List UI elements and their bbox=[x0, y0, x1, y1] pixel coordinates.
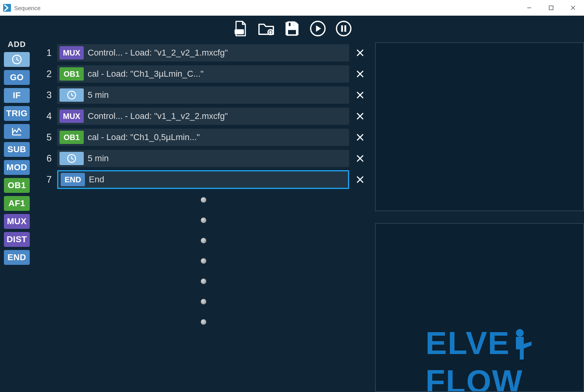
step-badge-mux: MUX bbox=[59, 110, 84, 123]
sequence-step[interactable]: ENDEnd bbox=[57, 170, 349, 189]
step-badge-ob1: OB1 bbox=[59, 67, 84, 81]
sequence-panel: 1MUXControl... - Load: "v1_2_v2_1.mxcfg"… bbox=[39, 39, 368, 392]
delete-step-button[interactable] bbox=[352, 133, 368, 141]
title-bar: Sequence bbox=[0, 0, 584, 16]
palette-ob1-button[interactable]: OB1 bbox=[4, 178, 30, 193]
svg-text:LOG: LOG bbox=[235, 30, 243, 34]
empty-slot-dot[interactable] bbox=[201, 218, 206, 223]
log-button[interactable]: LOG bbox=[231, 19, 250, 38]
svg-rect-8 bbox=[291, 23, 293, 26]
empty-slot-dot[interactable] bbox=[201, 279, 206, 284]
right-column: ELVE FLOW bbox=[375, 39, 584, 392]
content-row: ADD GO IF TRIG SUB MOD OB1 AF1 M bbox=[0, 39, 584, 392]
step-badge-end: END bbox=[61, 173, 85, 186]
step-number: 5 bbox=[39, 132, 54, 143]
add-palette: ADD GO IF TRIG SUB MOD OB1 AF1 M bbox=[0, 39, 34, 392]
step-description: End bbox=[85, 174, 104, 185]
step-description: Control... - Load: "v1_1_v2_2.mxcfg" bbox=[84, 111, 228, 121]
sequence-row: 2OB1cal - Load: "Ch1_3µLmin_C..." bbox=[39, 63, 368, 85]
delete-step-button[interactable] bbox=[352, 91, 368, 99]
palette-end-button[interactable]: END bbox=[4, 250, 30, 265]
sequence-step[interactable]: 5 min bbox=[57, 150, 349, 167]
maximize-button[interactable] bbox=[540, 0, 562, 16]
elveflow-logo: ELVE FLOW bbox=[425, 328, 534, 392]
palette-if-button[interactable]: IF bbox=[4, 88, 30, 103]
palette-trig-button[interactable]: TRIG bbox=[4, 106, 30, 121]
pause-button[interactable] bbox=[334, 19, 353, 38]
minimize-button[interactable] bbox=[518, 0, 540, 16]
step-number: 4 bbox=[39, 111, 54, 122]
sequence-step[interactable]: OB1cal - Load: "Ch1_3µLmin_C..." bbox=[57, 65, 349, 83]
close-button[interactable] bbox=[562, 0, 584, 16]
sequence-step[interactable]: MUXControl... - Load: "v1_1_v2_2.mxcfg" bbox=[57, 108, 349, 125]
step-description: 5 min bbox=[84, 90, 109, 100]
svg-point-17 bbox=[516, 329, 524, 337]
delete-step-button[interactable] bbox=[352, 155, 368, 162]
svg-rect-9 bbox=[287, 29, 297, 35]
palette-mod-button[interactable]: MOD bbox=[4, 160, 30, 175]
sequence-row: 5OB1cal - Load: "Ch1_0,5µLmin..." bbox=[39, 127, 368, 148]
logo-line-1: ELVE bbox=[425, 328, 510, 358]
step-badge-ob1: OB1 bbox=[59, 131, 84, 144]
palette-mux-button[interactable]: MUX bbox=[4, 214, 30, 229]
logo-figure-icon bbox=[510, 328, 534, 366]
sequence-step[interactable]: OB1cal - Load: "Ch1_0,5µLmin..." bbox=[57, 129, 349, 146]
empty-slot-dot[interactable] bbox=[201, 238, 206, 243]
sequence-row: 1MUXControl... - Load: "v1_2_v2_1.mxcfg" bbox=[39, 42, 368, 63]
palette-dist-button[interactable]: DIST bbox=[4, 232, 30, 247]
step-description: cal - Load: "Ch1_3µLmin_C..." bbox=[84, 69, 204, 79]
delete-step-button[interactable] bbox=[352, 70, 368, 78]
window-controls bbox=[518, 0, 584, 16]
empty-slot-dot[interactable] bbox=[201, 197, 206, 203]
step-description: Control... - Load: "v1_2_v2_1.mxcfg" bbox=[84, 48, 228, 58]
sequence-step[interactable]: 5 min bbox=[57, 86, 349, 104]
save-button[interactable] bbox=[283, 19, 301, 38]
logo-line-2: FLOW bbox=[425, 367, 523, 392]
svg-point-11 bbox=[337, 22, 351, 36]
step-number: 3 bbox=[39, 90, 54, 101]
step-number: 2 bbox=[39, 68, 54, 79]
sequence-row: 4MUXControl... - Load: "v1_1_v2_2.mxcfg" bbox=[39, 106, 368, 127]
properties-panel bbox=[375, 42, 584, 211]
palette-go-button[interactable]: GO bbox=[4, 70, 30, 85]
clock-icon bbox=[59, 88, 84, 102]
sequence-row: 65 min bbox=[39, 148, 368, 169]
empty-slot-dot[interactable] bbox=[201, 319, 206, 325]
sequence-row: 35 min bbox=[39, 85, 368, 106]
clock-icon bbox=[59, 152, 84, 165]
svg-rect-12 bbox=[341, 25, 343, 32]
play-button[interactable] bbox=[308, 19, 327, 38]
sequence-step[interactable]: MUXControl... - Load: "v1_2_v2_1.mxcfg" bbox=[57, 44, 349, 61]
window-title: Sequence bbox=[14, 5, 41, 11]
delete-step-button[interactable] bbox=[352, 112, 368, 120]
step-number: 7 bbox=[39, 174, 54, 185]
add-heading: ADD bbox=[8, 40, 26, 49]
svg-rect-1 bbox=[549, 6, 553, 10]
palette-wait-button[interactable] bbox=[4, 52, 30, 67]
open-button[interactable] bbox=[257, 19, 276, 38]
app-icon bbox=[3, 4, 11, 12]
app-body: LOG bbox=[0, 16, 584, 392]
delete-step-button[interactable] bbox=[352, 49, 368, 57]
step-badge-mux: MUX bbox=[59, 46, 84, 59]
step-number: 1 bbox=[39, 47, 54, 58]
step-description: 5 min bbox=[84, 153, 109, 164]
empty-slot-dots bbox=[39, 197, 368, 325]
svg-rect-13 bbox=[344, 25, 346, 32]
palette-af1-button[interactable]: AF1 bbox=[4, 196, 30, 211]
palette-sub-button[interactable]: SUB bbox=[4, 142, 30, 157]
toolbar: LOG bbox=[0, 16, 584, 39]
empty-slot-dot[interactable] bbox=[201, 299, 206, 304]
empty-slot-dot[interactable] bbox=[201, 258, 206, 264]
delete-step-button[interactable] bbox=[352, 176, 368, 183]
palette-graph-button[interactable] bbox=[4, 124, 30, 139]
step-description: cal - Load: "Ch1_0,5µLmin..." bbox=[84, 132, 200, 142]
step-number: 6 bbox=[39, 153, 54, 164]
logo-panel: ELVE FLOW bbox=[375, 223, 584, 392]
sequence-row: 7ENDEnd bbox=[39, 169, 368, 190]
